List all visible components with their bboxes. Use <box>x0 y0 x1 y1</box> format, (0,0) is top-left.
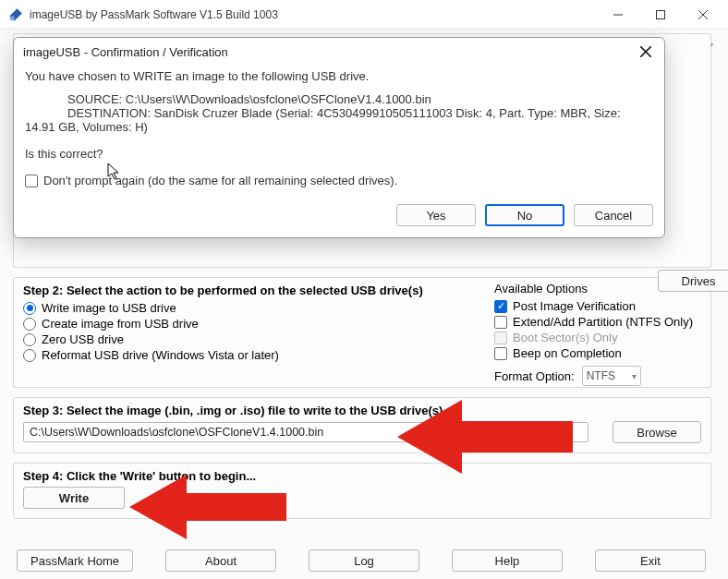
check-extend-partition[interactable] <box>494 316 507 329</box>
dialog-title: imageUSB - Confirmation / Verification <box>23 45 228 59</box>
dialog-cancel-button[interactable]: Cancel <box>574 204 653 226</box>
dont-prompt-label: Don't prompt again (do the same for all … <box>43 174 397 187</box>
dialog-no-button[interactable]: No <box>485 204 564 226</box>
radio-write-image-label: Write image to USB drive <box>42 301 176 315</box>
step2-panel: Step 2: Select the action to be performe… <box>13 277 711 388</box>
radio-zero-drive[interactable] <box>23 333 36 346</box>
dialog-dest-label: DESTINATION: <box>67 106 151 120</box>
close-button[interactable] <box>682 1 724 29</box>
annotation-arrow-1 <box>397 395 573 478</box>
svg-marker-11 <box>129 475 286 539</box>
check-boot-sectors-label: Boot Sector(s) Only <box>513 331 617 344</box>
format-option-select[interactable]: NTFS ▾ <box>582 366 641 386</box>
step4-panel: Step 4: Click the 'Write' button to begi… <box>13 463 711 519</box>
radio-create-image-label: Create image from USB drive <box>42 317 199 331</box>
main-window-title: imageUSB by PassMark Software V1.5 Build… <box>30 8 597 21</box>
maximize-button[interactable] <box>639 1 682 29</box>
chevron-down-icon: ▾ <box>632 371 637 381</box>
check-post-verification[interactable]: ✓ <box>494 300 507 313</box>
check-beep-completion[interactable] <box>494 347 507 360</box>
dialog-yes-button[interactable]: Yes <box>396 204 476 226</box>
refresh-drives-button[interactable]: Drives <box>658 270 728 292</box>
step3-panel: Step 3: Select the image (.bin, .img or … <box>13 397 711 453</box>
check-boot-sectors <box>494 332 507 344</box>
check-extend-partition-label: Extend/Add Partition (NTFS Only) <box>513 315 693 329</box>
format-option-label: Format Option: <box>494 369 575 383</box>
step4-heading: Step 4: Click the 'Write' button to begi… <box>23 469 701 483</box>
dialog-line-1: You have chosen to WRITE an image to the… <box>25 69 653 83</box>
check-beep-completion-label: Beep on Completion <box>513 346 622 360</box>
app-icon <box>7 6 24 23</box>
dont-prompt-checkbox[interactable] <box>25 175 38 187</box>
write-button[interactable]: Write <box>23 487 125 509</box>
format-option-value: NTFS <box>587 369 615 382</box>
radio-write-image[interactable] <box>23 302 36 315</box>
svg-rect-0 <box>10 16 15 20</box>
passmark-home-button[interactable]: PassMark Home <box>17 549 133 572</box>
dialog-source-value: C:\Users\W\Downloads\osfclone\OSFCloneV1… <box>126 92 431 106</box>
image-path-value: C:\Users\W\Downloads\osfclone\OSFCloneV1… <box>30 426 323 439</box>
browse-button[interactable]: Browse <box>613 421 701 443</box>
radio-create-image[interactable] <box>23 318 36 331</box>
minimize-button[interactable] <box>597 1 639 29</box>
bottom-bar: PassMark Home About Log Help Exit <box>17 549 706 572</box>
dialog-source-label: SOURCE: <box>67 92 122 106</box>
check-post-verification-label: Post Image Verification <box>513 299 636 313</box>
help-button[interactable]: Help <box>452 549 563 572</box>
dialog-close-button[interactable] <box>637 42 655 61</box>
radio-reformat-drive[interactable] <box>23 349 36 362</box>
confirmation-dialog: imageUSB - Confirmation / Verification Y… <box>13 37 665 238</box>
step3-heading: Step 3: Select the image (.bin, .img or … <box>23 404 701 417</box>
annotation-arrow-2 <box>129 471 286 543</box>
radio-reformat-drive-label: Reformat USB drive (Windows Vista or lat… <box>42 348 279 362</box>
main-titlebar: imageUSB by PassMark Software V1.5 Build… <box>0 0 728 30</box>
about-button[interactable]: About <box>165 549 276 572</box>
exit-button[interactable]: Exit <box>595 549 706 572</box>
dialog-question: Is this correct? <box>25 147 653 161</box>
svg-rect-2 <box>657 10 665 18</box>
svg-marker-10 <box>397 400 573 474</box>
log-button[interactable]: Log <box>309 549 419 572</box>
radio-zero-drive-label: Zero USB drive <box>42 332 124 346</box>
available-options: Available Options ✓ Post Image Verificat… <box>489 278 710 390</box>
